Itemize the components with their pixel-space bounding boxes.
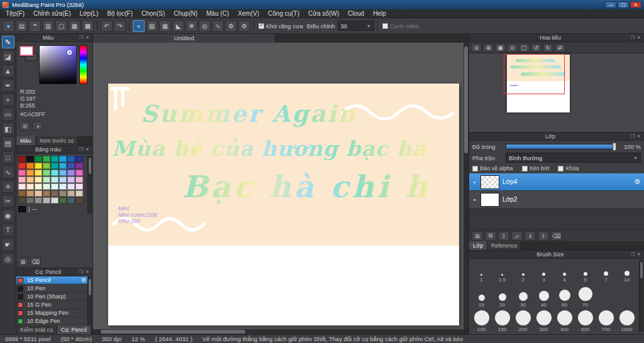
comment-icon[interactable]: ❝: [29, 20, 41, 32]
brush-size-scrollbar[interactable]: [639, 260, 643, 332]
popout-icon[interactable]: ❐: [78, 35, 84, 40]
redo-icon[interactable]: ↷: [114, 20, 126, 32]
import-image-icon[interactable]: ⇩: [498, 231, 509, 241]
palette-swatch[interactable]: [59, 156, 67, 162]
text-tool[interactable]: T: [2, 224, 14, 236]
brush-size-option[interactable]: 5: [575, 259, 596, 283]
menu-item[interactable]: Màu (C): [202, 9, 233, 18]
layer-row[interactable]: ●Lớp4⚙: [469, 173, 644, 191]
brush-size-option[interactable]: 1: [471, 259, 492, 283]
navigator-view-rectangle[interactable]: [504, 54, 565, 94]
brush-size-option[interactable]: 500: [575, 308, 596, 333]
lock-box[interactable]: [558, 166, 564, 172]
new-layer-icon[interactable]: ⊞: [472, 231, 483, 241]
close-icon[interactable]: ✕: [636, 134, 642, 139]
palette-swatch[interactable]: [59, 170, 67, 176]
snap-settings-icon[interactable]: ⚙: [225, 20, 237, 32]
palette-swatch[interactable]: [67, 170, 75, 176]
duplicate-layer-icon[interactable]: ⧉: [485, 231, 496, 241]
apply-layer-icon[interactable]: ⇪: [538, 231, 549, 241]
palette-swatch[interactable]: [67, 177, 75, 183]
zoom-out-icon[interactable]: ⊖: [471, 43, 482, 52]
brush-item[interactable]: 10Edge Pen: [16, 317, 87, 325]
palette-scrollbar[interactable]: [87, 156, 92, 214]
close-icon[interactable]: ✕: [84, 270, 91, 275]
clipboard-icon[interactable]: ▤: [16, 20, 28, 32]
palette-swatch[interactable]: [43, 177, 50, 183]
palette-swatch[interactable]: [18, 163, 26, 169]
popout-icon[interactable]: ❐: [630, 252, 636, 257]
palette-swatch[interactable]: [35, 183, 42, 190]
palette-swatch[interactable]: [59, 163, 67, 169]
palette-swatch[interactable]: [75, 197, 83, 204]
menu-item[interactable]: Bộ lọc(F): [103, 9, 137, 18]
close-icon[interactable]: ✕: [636, 252, 642, 257]
menu-item[interactable]: Lớp(L): [75, 9, 103, 18]
grid-snap-icon[interactable]: ▦: [159, 20, 171, 32]
brush-item[interactable]: 10Pen (Sharp): [16, 293, 87, 301]
undo-icon[interactable]: ↶: [101, 20, 113, 32]
brush-size-option[interactable]: 15: [471, 283, 492, 308]
brush-size-option[interactable]: 1.5: [492, 259, 513, 283]
color-cursor[interactable]: [67, 50, 72, 55]
brush-size-option[interactable]: 200: [513, 308, 533, 333]
palette-swatch[interactable]: [26, 163, 34, 169]
rotate-right-icon[interactable]: ↻: [543, 43, 553, 52]
palette-swatch[interactable]: [18, 177, 26, 183]
tab-brush-pencil[interactable]: Cọ: Pencil: [57, 325, 91, 334]
brush-item[interactable]: 15Mapping Pen: [16, 309, 87, 317]
popout-icon[interactable]: ❐: [78, 270, 84, 275]
brush-size-option[interactable]: 20: [492, 283, 513, 308]
brush-size-option[interactable]: 70: [575, 283, 596, 308]
blend-dropdown[interactable]: Bình thường▼: [506, 153, 641, 163]
brush-size-option[interactable]: 50: [554, 283, 575, 308]
stabilizer-icon[interactable]: ▧: [146, 20, 158, 32]
canvas-document[interactable]: Summer Again Mùa hè của hương bạc hà Bạc…: [108, 84, 459, 325]
brush-size-option[interactable]: 100: [471, 308, 492, 333]
close-icon[interactable]: ✕: [84, 35, 91, 40]
palette-swatch[interactable]: [67, 183, 75, 190]
new-folder-icon[interactable]: ▱: [511, 231, 523, 241]
menu-item[interactable]: Help: [369, 9, 391, 18]
fill-tool[interactable]: ◧: [2, 122, 14, 135]
select-move-tool[interactable]: ▭: [2, 108, 14, 121]
close-button[interactable]: ✕: [630, 1, 641, 8]
select-rect-tool[interactable]: □: [2, 151, 14, 164]
canvas-hscroll-thumb[interactable]: [101, 330, 245, 334]
palette-swatch[interactable]: [26, 156, 34, 162]
eraser-tool[interactable]: ◪: [2, 50, 14, 63]
navigator-preview-area[interactable]: [469, 53, 644, 132]
tab-reference[interactable]: Reference: [487, 241, 522, 250]
palette-swatch[interactable]: [67, 156, 75, 162]
palette-swatch[interactable]: [67, 197, 75, 204]
gear-icon[interactable]: ⚙: [81, 277, 86, 283]
soft-edge-checkbox-box[interactable]: [382, 23, 388, 29]
palette-swatch[interactable]: [51, 156, 58, 162]
brush-tool[interactable]: ✎: [2, 36, 14, 48]
clipping-checkbox[interactable]: Xén bớt: [522, 165, 550, 172]
palette-swatch[interactable]: [43, 183, 50, 190]
palette-footer-swatch[interactable]: [18, 206, 26, 212]
palette-swatch[interactable]: [35, 177, 42, 183]
close-icon[interactable]: ✕: [84, 147, 91, 152]
lock-checkbox[interactable]: Khóa: [558, 165, 579, 172]
circle-snap-icon[interactable]: ◎: [199, 20, 211, 32]
palette-swatch[interactable]: [59, 183, 67, 190]
finger-tool[interactable]: ▲: [2, 65, 14, 77]
soft-edge-checkbox[interactable]: Cạnh mềm: [382, 23, 419, 30]
brush-scroll-thumb[interactable]: [89, 279, 91, 295]
clipping-box[interactable]: [522, 166, 528, 172]
palette-swatch[interactable]: [26, 183, 34, 190]
panel-layout-icon[interactable]: ▥: [42, 20, 54, 32]
merge-down-icon[interactable]: ⇓: [525, 231, 536, 241]
protect-alpha-box[interactable]: [472, 166, 478, 172]
add-color-icon[interactable]: ⊞: [18, 257, 28, 266]
brush-item[interactable]: 15Pencil⚙: [16, 276, 87, 285]
palette-swatch[interactable]: [35, 163, 42, 169]
protect-alpha-checkbox[interactable]: Bảo vệ alpha: [472, 165, 513, 172]
palette-swatch[interactable]: [75, 156, 83, 162]
canvas-vscroll-thumb[interactable]: [464, 46, 468, 153]
palette-swatch[interactable]: [51, 177, 58, 183]
lasso-tool[interactable]: ∿: [2, 166, 14, 178]
brush-size-option[interactable]: 7: [596, 259, 616, 283]
